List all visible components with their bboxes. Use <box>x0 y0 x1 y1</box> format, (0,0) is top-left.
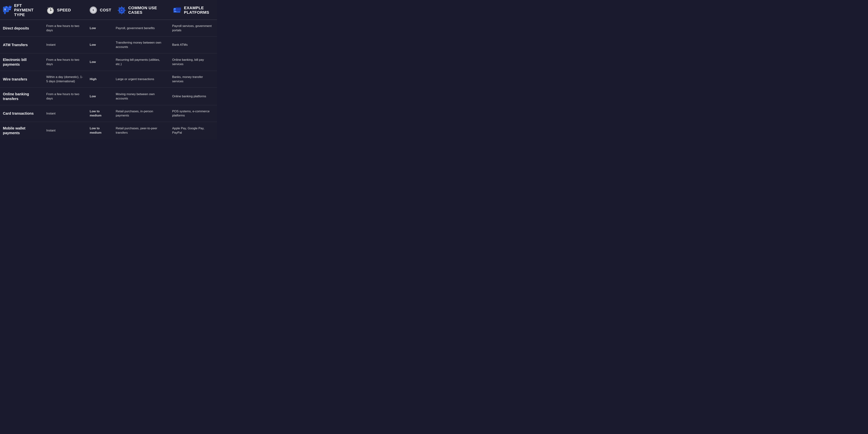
cell-use-cases: Retail purchases, peer-to-peer transfers <box>113 126 169 135</box>
common-use-icon: ⚙ <box>117 5 126 15</box>
header-eft-label: EFT PAYMENT TYPE <box>14 3 40 17</box>
cell-platforms: Apple Pay, Google Pay, PayPal <box>169 126 217 135</box>
cell-use-cases: Payroll, government benefits <box>113 26 169 30</box>
svg-text:✦: ✦ <box>9 6 11 8</box>
cell-speed: From a few hours to two days <box>43 24 87 33</box>
cell-type: Direct deposits <box>0 26 43 31</box>
cell-use-cases: Moving money between own accounts <box>113 92 169 101</box>
header-common-label: COMMON USE CASES <box>128 6 167 15</box>
cell-speed: Within a day (domestic), 1-5 days (inter… <box>43 75 87 84</box>
cell-use-cases: Recurring bill payments (utilities, etc.… <box>113 58 169 66</box>
cell-speed: Instant <box>43 112 87 116</box>
data-rows-container: Direct deposits From a few hours to two … <box>0 20 217 139</box>
cost-icon: $ <box>89 5 98 15</box>
svg-rect-30 <box>176 8 181 9</box>
cell-use-cases: Transferring money between own accounts <box>113 40 169 49</box>
table-row: Direct deposits From a few hours to two … <box>0 20 217 37</box>
svg-rect-10 <box>50 7 51 8</box>
cell-platforms: Online banking platforms <box>169 94 217 98</box>
table-row: ATM Transfers Instant Low Transferring m… <box>0 36 217 53</box>
cell-cost: High <box>87 77 113 81</box>
cell-platforms: Banks, money transfer services <box>169 75 217 84</box>
header-speed-label: SPEED <box>57 8 71 12</box>
cell-type: Card transactions <box>0 111 43 116</box>
cell-type: Online banking transfers <box>0 92 43 101</box>
eft-comparison-table: $ ✦ EFT PAYMENT TYPE <box>0 0 217 139</box>
cell-type: Wire transfers <box>0 77 43 82</box>
svg-text:⚙: ⚙ <box>121 9 123 11</box>
cell-speed: From a few hours to two days <box>43 92 87 101</box>
cell-speed: Instant <box>43 128 87 133</box>
header-cost-label: COST <box>100 8 111 12</box>
cell-type: Mobile wallet payments <box>0 126 43 135</box>
header-cost: $ COST <box>86 5 114 15</box>
cell-speed: From a few hours to two days <box>43 58 87 66</box>
cell-cost: Low to medium <box>87 109 113 118</box>
cell-platforms: Bank ATMs <box>169 43 217 47</box>
cell-cost: Low <box>87 43 113 47</box>
cell-use-cases: Retail purchases, in-person payments <box>113 109 169 118</box>
cell-cost: Low <box>87 26 113 30</box>
cell-cost: Low to medium <box>87 126 113 135</box>
cell-speed: Instant <box>43 43 87 47</box>
svg-text:$: $ <box>4 8 6 11</box>
svg-rect-3 <box>4 12 6 14</box>
header-platforms: EXAMPLE PLATFORMS <box>170 5 217 15</box>
cell-platforms: POS systems, e-commerce platforms <box>169 109 217 118</box>
header-row: $ ✦ EFT PAYMENT TYPE <box>0 0 217 20</box>
speed-icon <box>46 5 55 15</box>
svg-point-15 <box>50 10 51 11</box>
cell-cost: Low <box>87 60 113 64</box>
cell-type: Electronic bill payments <box>0 57 43 67</box>
cell-type: ATM Transfers <box>0 42 43 47</box>
table-row: Card transactions Instant Low to medium … <box>0 105 217 122</box>
eft-icon: $ ✦ <box>3 5 12 15</box>
header-platforms-label: EXAMPLE PLATFORMS <box>184 6 214 15</box>
table-row: Mobile wallet payments Instant Low to me… <box>0 122 217 139</box>
header-common-use: ⚙ COMMON USE CASES <box>114 5 170 15</box>
table-row: Wire transfers Within a day (domestic), … <box>0 71 217 88</box>
header-speed: SPEED <box>43 5 86 15</box>
cell-use-cases: Large or urgent transactions <box>113 77 169 81</box>
table-row: Electronic bill payments From a few hour… <box>0 53 217 71</box>
cell-platforms: Online banking, bill pay services <box>169 58 217 66</box>
svg-text:$: $ <box>93 9 94 11</box>
header-eft-type: $ ✦ EFT PAYMENT TYPE <box>0 3 43 17</box>
svg-rect-27 <box>174 11 176 12</box>
cell-cost: Low <box>87 94 113 98</box>
table-row: Online banking transfers From a few hour… <box>0 88 217 105</box>
cell-platforms: Payroll services, government portals <box>169 24 217 33</box>
platforms-icon <box>173 5 182 15</box>
